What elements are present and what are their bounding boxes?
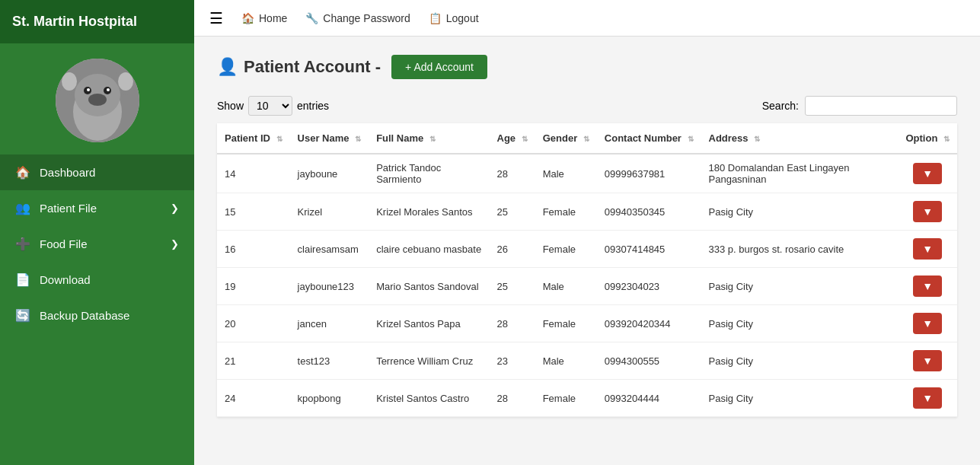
table-row: 21test123Terrence William Cruz23Male0994…	[217, 342, 957, 380]
avatar	[56, 59, 139, 142]
sidebar-item-patient-file[interactable]: 👥Patient File❯	[0, 190, 194, 226]
col-full-name[interactable]: Full Name ⇅	[369, 123, 489, 154]
logout-link[interactable]: 📋 Logout	[429, 9, 479, 27]
sort-icon-address: ⇅	[754, 135, 760, 143]
add-account-button[interactable]: + Add Account	[391, 55, 487, 79]
cell-user-name: test123	[290, 342, 369, 380]
cell-user-name: jayboune123	[290, 268, 369, 305]
col-age[interactable]: Age ⇅	[490, 123, 535, 154]
change-password-link[interactable]: 🔧 Change Password	[305, 9, 410, 27]
svg-point-10	[87, 88, 90, 91]
sidebar-item-food-file[interactable]: ➕Food File❯	[0, 226, 194, 262]
chevron-icon-food-file: ❯	[171, 238, 179, 250]
table-row: 19jayboune123Mario Santos Sandoval25Male…	[217, 268, 957, 305]
cell-contact: 0992304023	[597, 268, 701, 305]
content-area: 👤 Patient Account - + Add Account Show 1…	[194, 37, 980, 465]
sidebar-item-dashboard[interactable]: 🏠Dashboard	[0, 154, 194, 190]
cell-gender: Female	[535, 231, 597, 268]
table-row: 14jaybounePatrick Tandoc Sarmiento28Male…	[217, 154, 957, 193]
table-body: 14jaybounePatrick Tandoc Sarmiento28Male…	[217, 154, 957, 417]
sidebar-item-label-backup-database: Backup Database	[40, 309, 129, 322]
cell-user-name: Krizel	[290, 193, 369, 231]
sort-icon-option: ⇅	[943, 135, 950, 143]
home-icon: 🏠	[241, 12, 254, 24]
page-header: 👤 Patient Account - + Add Account	[217, 55, 957, 79]
cell-address: Pasig City	[701, 305, 899, 342]
cell-address: 180 Domalandan East Lingayen Pangasninan	[701, 154, 899, 193]
sidebar-title: St. Martin Hostpital	[0, 0, 194, 43]
option-button[interactable]: ▼	[913, 350, 942, 371]
cell-option: ▼	[898, 193, 957, 231]
data-table: Patient ID ⇅User Name ⇅Full Name ⇅Age ⇅G…	[217, 123, 957, 417]
option-button[interactable]: ▼	[913, 238, 942, 260]
sidebar-item-label-download: Download	[40, 273, 91, 286]
avatar-area	[0, 43, 194, 154]
show-label: Show	[217, 100, 244, 112]
topbar: ☰ 🏠 Home 🔧 Change Password 📋 Logout	[194, 0, 980, 37]
sidebar-item-label-food-file: Food File	[40, 237, 88, 250]
sidebar-item-label-dashboard: Dashboard	[40, 166, 95, 179]
cell-option: ▼	[898, 268, 957, 305]
cell-contact: 09307414845	[597, 231, 701, 268]
option-button[interactable]: ▼	[913, 201, 942, 222]
cell-full-name: claire cebuano masbate	[369, 231, 489, 268]
sidebar-item-backup-database[interactable]: 🔄Backup Database	[0, 298, 194, 333]
cell-age: 28	[490, 154, 535, 193]
cell-gender: Female	[535, 305, 597, 342]
wrench-icon: 🔧	[305, 12, 318, 24]
nav-items: 🏠Dashboard👥Patient File❯➕Food File❯📄Down…	[0, 154, 194, 333]
col-option[interactable]: Option ⇅	[898, 123, 957, 154]
col-gender[interactable]: Gender ⇅	[535, 123, 597, 154]
cell-age: 25	[490, 193, 535, 231]
cell-full-name: Krizel Santos Papa	[369, 305, 489, 342]
table-row: 24kpopbongKristel Santos Castro28Female0…	[217, 380, 957, 417]
option-button[interactable]: ▼	[913, 275, 942, 297]
hamburger-icon[interactable]: ☰	[209, 9, 223, 27]
cell-patient-id: 16	[217, 231, 290, 268]
option-button[interactable]: ▼	[913, 163, 942, 184]
search-input[interactable]	[805, 96, 957, 116]
col-address[interactable]: Address ⇅	[701, 123, 899, 154]
sidebar: St. Martin Hostpital	[0, 0, 194, 465]
cell-address: 333 p. burgos st. rosario cavite	[701, 231, 899, 268]
cell-option: ▼	[898, 380, 957, 417]
sidebar-item-label-patient-file: Patient File	[40, 202, 97, 215]
option-button[interactable]: ▼	[913, 313, 942, 334]
cell-gender: Male	[535, 342, 597, 380]
cell-contact: 093920420344	[597, 305, 701, 342]
patient-file-icon: 👥	[15, 201, 30, 215]
cell-patient-id: 20	[217, 305, 290, 342]
cell-age: 28	[490, 380, 535, 417]
svg-point-3	[62, 72, 77, 91]
search-area: Search:	[762, 96, 957, 116]
cell-gender: Female	[535, 193, 597, 231]
col-patient-id[interactable]: Patient ID ⇅	[217, 123, 290, 154]
sort-icon-full-name: ⇅	[429, 135, 436, 143]
entries-label: entries	[297, 100, 329, 112]
cell-patient-id: 21	[217, 342, 290, 380]
food-file-icon: ➕	[15, 237, 30, 251]
cell-patient-id: 15	[217, 193, 290, 231]
cell-full-name: Patrick Tandoc Sarmiento	[369, 154, 489, 193]
sort-icon-patient-id: ⇅	[276, 135, 283, 143]
cell-age: 25	[490, 268, 535, 305]
cell-patient-id: 19	[217, 268, 290, 305]
cell-full-name: Krizel Morales Santos	[369, 193, 489, 231]
cell-age: 26	[490, 231, 535, 268]
svg-point-7	[88, 94, 107, 106]
cell-full-name: Kristel Santos Castro	[369, 380, 489, 417]
person-icon: 👤	[217, 57, 238, 77]
sidebar-item-download[interactable]: 📄Download	[0, 262, 194, 298]
cell-full-name: Terrence William Cruz	[369, 342, 489, 380]
col-contact-number[interactable]: Contact Number ⇅	[597, 123, 701, 154]
entries-select[interactable]: 102550100	[248, 96, 292, 116]
option-button[interactable]: ▼	[913, 387, 942, 409]
col-user-name[interactable]: User Name ⇅	[290, 123, 369, 154]
home-link[interactable]: 🏠 Home	[241, 9, 287, 27]
sort-icon-user-name: ⇅	[355, 135, 361, 143]
cell-user-name: clairesamsam	[290, 231, 369, 268]
cell-user-name: jancen	[290, 305, 369, 342]
table-head: Patient ID ⇅User Name ⇅Full Name ⇅Age ⇅G…	[217, 123, 957, 154]
svg-point-11	[107, 88, 110, 91]
cell-age: 28	[490, 305, 535, 342]
